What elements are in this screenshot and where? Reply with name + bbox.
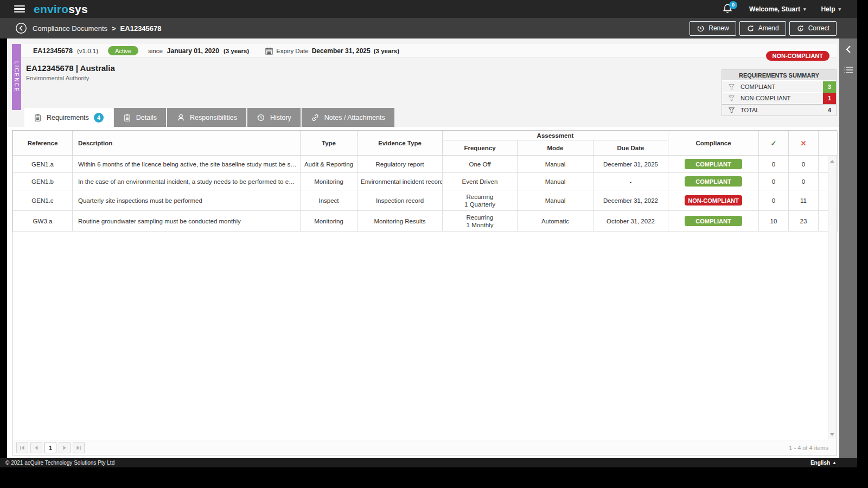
since-date: January 01, 2020 — [167, 47, 219, 55]
filter-funnel-icon[interactable] — [722, 107, 741, 113]
column-header-check-icon[interactable]: ✓ — [759, 131, 789, 156]
cell-check-count: 0 — [759, 190, 789, 211]
cell-frequency: One Off — [443, 156, 518, 173]
top-bar: envirosys 0 Welcome, Stuart ▾ Help ▾ — [0, 0, 857, 18]
scroll-up-arrow[interactable] — [828, 157, 836, 165]
table-row[interactable]: GEN1.a Within 6 months of the licence be… — [13, 156, 838, 173]
column-header-compliance[interactable]: Compliance — [668, 131, 759, 156]
summary-total-count: 4 — [823, 105, 836, 116]
user-menu[interactable]: Welcome, Stuart ▾ — [749, 5, 806, 13]
page-title: EA12345678 | Australia — [26, 63, 115, 73]
filter-funnel-icon[interactable] — [722, 84, 741, 90]
cell-mode: Manual — [518, 190, 593, 211]
panel-list-icon[interactable] — [844, 66, 853, 74]
chevron-down-icon: ▾ — [838, 7, 841, 12]
amend-button[interactable]: Amend — [739, 21, 786, 36]
column-group-assessment: Assessment — [443, 131, 668, 140]
cell-type: Monitoring — [301, 211, 358, 232]
cell-frequency: Recurring1 Monthly — [443, 211, 518, 232]
collapse-panel-chevron-icon[interactable] — [845, 45, 852, 54]
link-icon — [311, 113, 320, 122]
back-button[interactable] — [15, 22, 27, 34]
active-status-badge: Active — [108, 46, 138, 55]
chevron-down-icon: ▾ — [803, 7, 806, 12]
copyright-text: © 2021 acQuire Technology Solutions Pty … — [5, 460, 114, 466]
compliance-status-badge: NON-COMPLIANT — [685, 195, 742, 206]
cell-cross-count: 23 — [789, 211, 819, 232]
language-selector[interactable]: English ▲ — [810, 460, 837, 466]
column-header-reference[interactable]: Reference — [13, 131, 73, 156]
cell-type: Monitoring — [301, 173, 358, 190]
logo-text-secondary: sys — [68, 3, 88, 15]
next-page-button[interactable] — [59, 442, 71, 453]
compliance-status-badge: COMPLIANT — [685, 159, 742, 169]
filter-funnel-icon[interactable] — [722, 95, 741, 101]
clipboard-list-icon — [34, 113, 42, 122]
tab-requirements[interactable]: Requirements 4 — [24, 108, 113, 127]
column-header-mode[interactable]: Mode — [518, 140, 593, 156]
column-header-due-date[interactable]: Due Date — [593, 140, 668, 156]
app-logo: envirosys — [34, 3, 88, 16]
last-page-button[interactable] — [73, 442, 85, 453]
logo-text-primary: enviro — [34, 3, 68, 15]
expiry-duration: (3 years) — [374, 48, 399, 54]
scroll-down-arrow[interactable] — [828, 431, 836, 438]
compliance-status-badge: COMPLIANT — [685, 216, 742, 226]
tab-responsibilities[interactable]: Responsibilities — [167, 108, 246, 127]
licence-type-strip: LICENCE — [12, 44, 21, 110]
tab-label: History — [270, 114, 291, 121]
cell-reference: GEN1.b — [13, 173, 73, 190]
renew-button[interactable]: Renew — [690, 21, 736, 36]
correct-button[interactable]: Correct — [789, 21, 837, 36]
cell-cross-count: 11 — [789, 190, 819, 211]
cell-type: Audit & Reporting — [301, 156, 358, 173]
cell-evidence-type: Inspection record — [358, 190, 443, 211]
renew-icon — [697, 24, 705, 33]
summary-noncompliant-label: NON-COMPLIANT — [741, 95, 823, 101]
content-panel: LICENCE EA12345678 (v1.0.1) Active since… — [7, 38, 839, 458]
column-header-cross-icon[interactable]: ✕ — [789, 131, 819, 156]
expiry-date: December 31, 2025 — [312, 47, 371, 55]
column-header-frequency[interactable]: Frequency — [443, 140, 518, 156]
breadcrumb-section[interactable]: Compliance Documents — [33, 24, 107, 33]
tab-notes-attachments[interactable]: Notes / Attachments — [302, 108, 394, 127]
cell-reference: GW3.a — [13, 211, 73, 232]
help-menu[interactable]: Help ▾ — [821, 5, 841, 13]
column-header-evidence-type[interactable]: Evidence Type — [358, 131, 443, 156]
first-page-button[interactable] — [16, 442, 28, 453]
table-row[interactable]: GW3.a Routine groundwater sampling must … — [13, 211, 838, 232]
vertical-scrollbar[interactable] — [828, 156, 836, 439]
column-header-description[interactable]: Description — [73, 131, 301, 156]
cell-description: Quarterly site inspections must be perfo… — [73, 190, 301, 211]
cell-evidence-type: Environmental incident records — [358, 173, 443, 190]
summary-compliant-count: 3 — [823, 81, 836, 93]
compliance-status-badge: COMPLIANT — [685, 176, 742, 187]
cell-cross-count: 0 — [789, 156, 819, 173]
cell-due-date: December 31, 2025 — [593, 156, 668, 173]
breadcrumb-separator: > — [112, 24, 116, 33]
tab-details[interactable]: Details — [114, 108, 166, 127]
cell-evidence-type: Monitoring Results — [358, 211, 443, 232]
current-page-button[interactable]: 1 — [44, 442, 56, 453]
page-subtitle: Environmental Authority — [26, 75, 115, 81]
tab-history[interactable]: History — [247, 108, 301, 127]
notification-count-badge: 0 — [729, 1, 737, 9]
tab-label: Notes / Attachments — [324, 114, 385, 121]
correct-icon — [796, 24, 805, 33]
cell-due-date: October 31, 2022 — [593, 211, 668, 232]
table-row[interactable]: GEN1.c Quarterly site inspections must b… — [13, 190, 838, 211]
requirements-table: Reference Description Type Evidence Type… — [12, 131, 838, 232]
cell-description: Routine groundwater sampling must be con… — [73, 211, 301, 232]
welcome-label: Welcome, Stuart — [749, 5, 800, 13]
menu-icon[interactable] — [14, 4, 25, 15]
notifications-bell-icon[interactable]: 0 — [722, 3, 734, 15]
clipboard-icon — [123, 113, 131, 122]
table-row[interactable]: GEN1.b In the case of an environmental i… — [13, 173, 838, 190]
column-header-type[interactable]: Type — [301, 131, 358, 156]
cell-due-date: - — [593, 173, 668, 190]
summary-row-noncompliant: NON-COMPLIANT 1 — [722, 93, 836, 104]
summary-total-label: TOTAL — [741, 107, 823, 113]
prev-page-button[interactable] — [30, 442, 42, 453]
main-area: LICENCE EA12345678 (v1.0.1) Active since… — [0, 38, 857, 458]
cell-frequency: Recurring1 Quarterly — [443, 190, 518, 211]
